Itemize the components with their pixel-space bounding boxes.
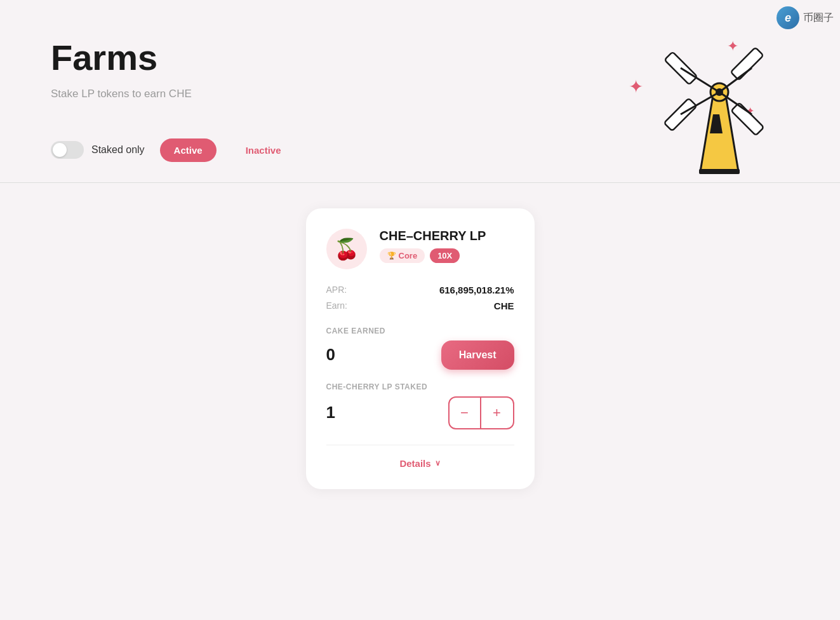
staked-value: 1: [326, 403, 335, 422]
badge-core: 🏆 Core: [380, 248, 425, 263]
farm-card: 🍒 CHE–CHERRY LP 🏆 Core 10X APR:: [306, 208, 535, 489]
sparkle-icon-1: ✦: [629, 76, 643, 97]
svg-rect-5: [731, 47, 764, 80]
staked-label: CHE-CHERRY LP STAKED: [326, 382, 514, 391]
chevron-down-icon: ∨: [435, 459, 441, 468]
card-info: APR: 616,895,018.21% Earn: CHE: [326, 285, 514, 311]
badges: 🏆 Core 10X: [380, 248, 486, 263]
watermark-icon: e: [777, 6, 799, 29]
svg-rect-9: [731, 103, 764, 136]
details-link[interactable]: Details ∨: [326, 458, 514, 469]
watermark: e 币圈子: [777, 6, 834, 29]
card-title-group: CHE–CHERRY LP 🏆 Core 10X: [380, 229, 486, 263]
badge-10x: 10X: [430, 248, 460, 263]
svg-rect-7: [664, 98, 697, 131]
apr-row: APR: 616,895,018.21%: [326, 285, 514, 295]
staked-row: 1 − +: [326, 396, 514, 429]
cherry-emoji: 🍒: [334, 237, 359, 261]
watermark-text: 币圈子: [803, 11, 834, 25]
section-divider: [0, 182, 840, 183]
card-divider: [326, 445, 514, 445]
apr-value: 616,895,018.21%: [439, 285, 514, 295]
staked-section: CHE-CHERRY LP STAKED 1 − +: [326, 382, 514, 429]
staked-only-label: Staked only: [91, 144, 145, 156]
active-button[interactable]: Active: [160, 138, 217, 162]
earn-label: Earn:: [326, 300, 347, 311]
earned-row: 0 Harvest: [326, 340, 514, 370]
cake-earned-section: CAKE EARNED 0 Harvest: [326, 327, 514, 370]
core-badge-label: Core: [399, 251, 418, 260]
apr-label: APR:: [326, 285, 347, 295]
cake-earned-label: CAKE EARNED: [326, 327, 514, 335]
inactive-button[interactable]: Inactive: [232, 138, 295, 162]
stake-button[interactable]: +: [481, 396, 514, 429]
details-label: Details: [399, 458, 430, 469]
core-badge-icon: 🏆: [387, 252, 396, 260]
cake-earned-value: 0: [326, 345, 335, 365]
unstake-button[interactable]: −: [448, 396, 481, 429]
cards-container: 🍒 CHE–CHERRY LP 🏆 Core 10X APR:: [51, 208, 789, 489]
toggle-thumb: [53, 143, 67, 157]
windmill-illustration: [650, 32, 789, 180]
card-header: 🍒 CHE–CHERRY LP 🏆 Core 10X: [326, 229, 514, 269]
token-icon: 🍒: [326, 229, 367, 269]
card-title: CHE–CHERRY LP: [380, 229, 486, 243]
earn-value: CHE: [494, 300, 514, 311]
svg-rect-12: [699, 169, 740, 174]
staked-only-toggle[interactable]: [51, 141, 84, 159]
staked-only-toggle-wrapper: Staked only: [51, 141, 145, 159]
stake-buttons: − +: [448, 396, 514, 429]
earn-row: Earn: CHE: [326, 300, 514, 311]
harvest-button[interactable]: Harvest: [441, 340, 514, 370]
